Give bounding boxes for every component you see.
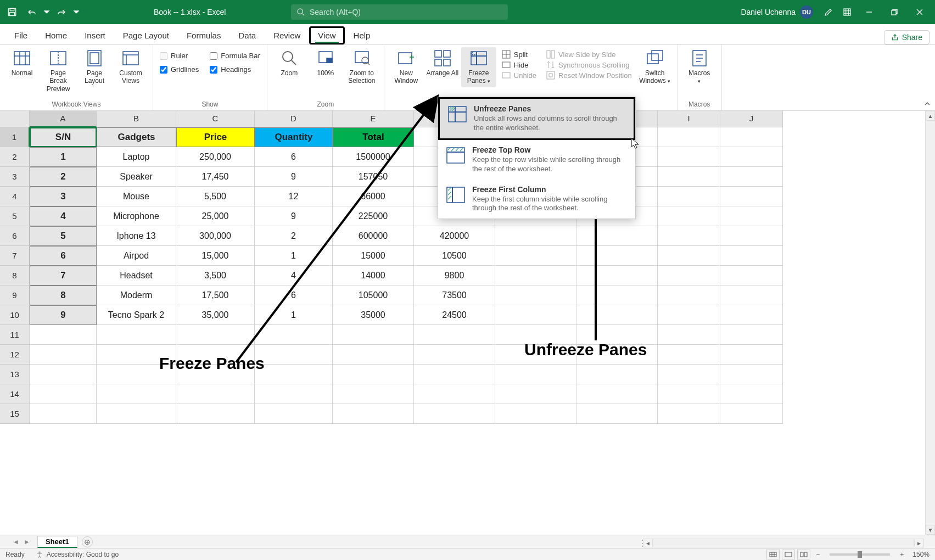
- zoom-level[interactable]: 150%: [912, 551, 930, 558]
- row-header[interactable]: 11: [0, 325, 30, 345]
- cell[interactable]: [495, 365, 576, 384]
- tab-pagelayout[interactable]: Page Layout: [114, 26, 178, 44]
- cell[interactable]: [658, 345, 720, 365]
- cell[interactable]: Headset: [97, 266, 176, 285]
- zoom-in-button[interactable]: +: [900, 551, 904, 558]
- macros-button[interactable]: Macros▾: [682, 47, 717, 87]
- cell[interactable]: 3: [30, 187, 97, 206]
- cell[interactable]: [495, 404, 576, 424]
- cell[interactable]: Gadgets: [97, 127, 176, 147]
- sheet-nav[interactable]: ◄►: [11, 538, 32, 546]
- cell[interactable]: [658, 384, 720, 404]
- vertical-scrollbar[interactable]: ▲ ▼: [925, 111, 935, 535]
- cell[interactable]: [495, 305, 576, 325]
- cell[interactable]: [720, 404, 783, 424]
- cell[interactable]: Moderm: [97, 285, 176, 305]
- formulabar-checkbox[interactable]: Formula Bar: [208, 51, 262, 61]
- horizontal-scrollbar[interactable]: ⋮ ◄ ►: [639, 538, 924, 548]
- cell[interactable]: 2: [30, 167, 97, 187]
- col-header-j[interactable]: J: [720, 111, 783, 127]
- close-button[interactable]: [908, 1, 932, 23]
- cell[interactable]: [658, 325, 720, 345]
- new-window-button[interactable]: New Window: [389, 47, 424, 87]
- cell[interactable]: [658, 285, 720, 305]
- cell[interactable]: Iphone 13: [97, 226, 176, 246]
- row-header[interactable]: 15: [0, 404, 30, 424]
- cell[interactable]: [576, 365, 658, 384]
- cell[interactable]: [658, 365, 720, 384]
- zoom-out-button[interactable]: −: [816, 551, 820, 558]
- search-box[interactable]: Search (Alt+Q): [291, 4, 508, 20]
- cell[interactable]: [30, 404, 97, 424]
- cell[interactable]: S/N: [30, 127, 97, 147]
- scroll-right-icon[interactable]: ►: [914, 539, 924, 547]
- cell[interactable]: [495, 384, 576, 404]
- cell[interactable]: [30, 384, 97, 404]
- cell[interactable]: [30, 345, 97, 365]
- scroll-up-icon[interactable]: ▲: [926, 111, 935, 121]
- cell[interactable]: 7: [30, 266, 97, 285]
- cell[interactable]: Airpod: [97, 246, 176, 266]
- undo-split-button[interactable]: [43, 3, 51, 21]
- row-header[interactable]: 12: [0, 345, 30, 365]
- cell[interactable]: [576, 404, 658, 424]
- cell[interactable]: 5: [30, 226, 97, 246]
- tab-help[interactable]: Help: [345, 26, 379, 44]
- zoom-button[interactable]: Zoom: [272, 47, 307, 87]
- row-header[interactable]: 2: [0, 147, 30, 167]
- cell[interactable]: Laptop: [97, 147, 176, 167]
- cell[interactable]: Tecno Spark 2: [97, 305, 176, 325]
- row-header[interactable]: 10: [0, 305, 30, 325]
- row-header[interactable]: 7: [0, 246, 30, 266]
- cell[interactable]: [658, 127, 720, 147]
- mode-icon[interactable]: [838, 3, 856, 21]
- col-header-a[interactable]: A: [30, 111, 97, 127]
- page-break-button[interactable]: Page Break Preview: [41, 47, 76, 95]
- cell[interactable]: [720, 147, 783, 167]
- row-header[interactable]: 8: [0, 266, 30, 285]
- row-header[interactable]: 14: [0, 384, 30, 404]
- row-header[interactable]: 13: [0, 365, 30, 384]
- row-header[interactable]: 4: [0, 187, 30, 206]
- cell[interactable]: [720, 206, 783, 226]
- cell[interactable]: [30, 365, 97, 384]
- collapse-ribbon-icon[interactable]: [923, 99, 932, 108]
- cell[interactable]: [176, 384, 255, 404]
- zoom-slider[interactable]: [830, 553, 890, 556]
- minimize-button[interactable]: [857, 1, 881, 23]
- cell[interactable]: [720, 345, 783, 365]
- accessibility-status[interactable]: Accessibility: Good to go: [36, 551, 119, 558]
- switch-windows-button[interactable]: Switch Windows ▾: [637, 47, 673, 87]
- row-header[interactable]: 9: [0, 285, 30, 305]
- cell[interactable]: Microphone: [97, 206, 176, 226]
- col-header-b[interactable]: B: [97, 111, 176, 127]
- redo-button[interactable]: [53, 3, 70, 21]
- cell[interactable]: [720, 187, 783, 206]
- cell[interactable]: [495, 285, 576, 305]
- cell[interactable]: [720, 167, 783, 187]
- draw-icon[interactable]: [820, 3, 837, 21]
- pagelayout-view-icon[interactable]: [782, 550, 795, 559]
- cell[interactable]: [658, 147, 720, 167]
- cell[interactable]: [720, 226, 783, 246]
- row-header[interactable]: 5: [0, 206, 30, 226]
- cell[interactable]: [720, 285, 783, 305]
- cell[interactable]: [176, 404, 255, 424]
- zoom-selection-button[interactable]: Zoom to Selection: [344, 47, 379, 87]
- cell[interactable]: [658, 246, 720, 266]
- split-button[interactable]: Split: [500, 49, 539, 59]
- arrange-all-button[interactable]: Arrange All: [425, 47, 460, 87]
- cell[interactable]: [720, 384, 783, 404]
- restore-button[interactable]: [882, 1, 906, 23]
- cell[interactable]: 6: [30, 246, 97, 266]
- cell[interactable]: [658, 187, 720, 206]
- tab-file[interactable]: File: [5, 26, 36, 44]
- qat-customize-icon[interactable]: [72, 3, 80, 21]
- tab-view[interactable]: View: [309, 26, 344, 44]
- cell[interactable]: [658, 206, 720, 226]
- cell[interactable]: [495, 246, 576, 266]
- cell[interactable]: [658, 404, 720, 424]
- cell[interactable]: [658, 167, 720, 187]
- autosave-icon[interactable]: [3, 3, 21, 21]
- cell[interactable]: [97, 325, 176, 345]
